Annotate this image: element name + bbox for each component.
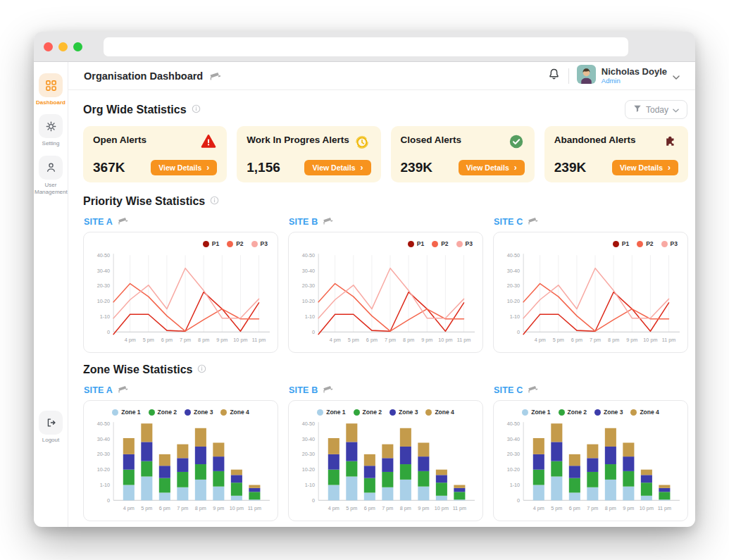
zone-site-b-column: SITE B Zone 1Zone 2Zone 3Zone 4 01-1010-… — [288, 383, 483, 521]
filter-label: Today — [646, 105, 668, 115]
view-details-button[interactable]: View Details› — [304, 160, 370, 175]
svg-text:1-10: 1-10 — [305, 313, 315, 320]
chart-legend: Zone 1Zone 2Zone 3Zone 4 — [499, 406, 682, 418]
stat-card-value: 367K — [93, 160, 125, 175]
section-title-org-wide: Org Wide Statistics — [83, 104, 187, 116]
svg-text:20-30: 20-30 — [507, 282, 520, 289]
svg-text:1-10: 1-10 — [100, 313, 110, 320]
sidebar-item-logout[interactable]: Logout — [35, 411, 67, 444]
legend-item: P3 — [661, 240, 678, 247]
progress-clock-icon — [353, 133, 371, 154]
view-details-button[interactable]: View Details› — [459, 160, 525, 175]
zone-site-a-column: SITE A Zone 1Zone 2Zone 3Zone 4 01-1010-… — [83, 383, 278, 521]
svg-text:11 pm: 11 pm — [662, 337, 676, 343]
svg-text:7 pm: 7 pm — [385, 337, 396, 343]
sidebar-item-dashboard[interactable]: Dashboard — [35, 73, 67, 106]
section-title-zone-wise: Zone Wise Statistics — [83, 363, 192, 376]
legend-item: Zone 1 — [522, 409, 550, 416]
svg-text:10 pm: 10 pm — [640, 505, 654, 511]
svg-text:20-30: 20-30 — [97, 451, 110, 457]
legend-item: P2 — [432, 240, 448, 247]
stat-card-title: Closed Alerts — [401, 133, 462, 145]
legend-item: Zone 4 — [220, 409, 249, 416]
sidebar-item-setting[interactable]: Setting — [35, 114, 67, 147]
legend-item: P2 — [227, 240, 243, 247]
svg-text:8 pm: 8 pm — [400, 505, 411, 511]
view-details-label: View Details — [466, 163, 509, 172]
sidebar-item-label: User Management — [35, 182, 67, 197]
view-details-button[interactable]: View Details› — [151, 160, 217, 175]
legend-item: P3 — [456, 240, 473, 247]
legend-item: Zone 2 — [149, 409, 177, 416]
legend-item: Zone 4 — [630, 409, 659, 416]
view-details-label: View Details — [620, 163, 663, 172]
info-icon — [192, 104, 201, 116]
svg-text:1-10: 1-10 — [510, 313, 520, 320]
zone-bar-chart-card: Zone 1Zone 2Zone 3Zone 4 01-1010-2020-30… — [288, 400, 483, 521]
site-label: SITE B — [289, 385, 318, 395]
maximize-window-button[interactable] — [73, 42, 82, 51]
filter-funnel-icon — [633, 104, 642, 115]
legend-item: Zone 1 — [317, 409, 345, 416]
check-circle-icon — [508, 133, 525, 153]
page-title: Organisation Dashboard — [84, 70, 203, 82]
priority-line-chart-card: P1P2P3 01-1010-2020-3030-4040-504 pm5 pm… — [288, 232, 483, 353]
line-chart: 01-1010-2020-3030-4040-504 pm5 pm6 pm7 p… — [499, 249, 682, 349]
dashboard-content: Org Wide Statistics Today — [68, 90, 695, 527]
svg-text:8 pm: 8 pm — [198, 337, 209, 343]
svg-text:9 pm: 9 pm — [418, 505, 429, 511]
svg-text:7 pm: 7 pm — [590, 337, 601, 343]
svg-text:10 pm: 10 pm — [643, 337, 657, 343]
svg-text:5 pm: 5 pm — [143, 337, 154, 343]
svg-text:40-50: 40-50 — [302, 252, 315, 259]
stat-card-title: Abandoned Alerts — [554, 133, 636, 145]
stat-card-title: Work In Progres Alerts — [247, 133, 349, 145]
svg-text:5 pm: 5 pm — [551, 505, 562, 511]
svg-text:40-50: 40-50 — [507, 421, 520, 427]
info-icon — [210, 195, 219, 208]
dashboard-grid-icon — [39, 73, 63, 97]
notification-bell-icon[interactable] — [547, 68, 561, 84]
svg-text:30-40: 30-40 — [97, 436, 110, 442]
time-filter-dropdown[interactable]: Today — [625, 100, 687, 119]
svg-text:30-40: 30-40 — [302, 436, 315, 442]
sidebar: Dashboard Setting — [34, 62, 68, 527]
chart-legend: Zone 1Zone 2Zone 3Zone 4 — [89, 406, 272, 418]
topbar: Organisation Dashboard — [68, 62, 695, 90]
svg-text:6 pm: 6 pm — [571, 337, 582, 343]
chevron-down-icon — [673, 105, 679, 115]
svg-text:9 pm: 9 pm — [213, 505, 224, 511]
stat-card-value: 239K — [554, 160, 586, 175]
user-menu[interactable]: Nicholas Doyle Admin — [577, 65, 680, 87]
minimize-window-button[interactable] — [58, 42, 68, 51]
legend-item: P3 — [251, 240, 268, 247]
stat-card-title: Open Alerts — [93, 133, 147, 145]
svg-text:1-10: 1-10 — [100, 482, 110, 488]
puzzle-piece-icon — [663, 133, 678, 151]
svg-text:10-20: 10-20 — [97, 298, 110, 304]
warning-triangle-icon — [200, 133, 217, 153]
sidebar-item-user-management[interactable]: User Management — [35, 156, 67, 197]
svg-text:10-20: 10-20 — [97, 466, 110, 473]
view-details-button[interactable]: View Details› — [612, 160, 678, 175]
site-label: SITE A — [84, 217, 113, 227]
legend-item: P2 — [637, 240, 653, 247]
legend-item: Zone 3 — [185, 409, 213, 416]
chevron-right-icon: › — [514, 163, 517, 172]
svg-text:0: 0 — [312, 497, 315, 504]
svg-text:11 pm: 11 pm — [453, 505, 467, 511]
svg-text:8 pm: 8 pm — [605, 505, 616, 511]
svg-text:8 pm: 8 pm — [403, 337, 414, 343]
stacked-bar-chart: 01-1010-2020-3030-4040-504 pm5 pm6 pm7 p… — [499, 418, 682, 518]
info-icon — [197, 363, 206, 376]
legend-item: Zone 3 — [594, 409, 623, 416]
address-bar[interactable] — [104, 37, 628, 56]
svg-text:10-20: 10-20 — [507, 298, 520, 304]
close-window-button[interactable] — [44, 42, 53, 51]
svg-text:6 pm: 6 pm — [161, 337, 173, 343]
zone-bar-chart-card: Zone 1Zone 2Zone 3Zone 4 01-1010-2020-30… — [493, 400, 688, 521]
svg-text:4 pm: 4 pm — [533, 505, 544, 511]
legend-item: Zone 4 — [425, 409, 454, 416]
legend-item: Zone 1 — [112, 409, 140, 416]
svg-text:0: 0 — [107, 329, 110, 335]
